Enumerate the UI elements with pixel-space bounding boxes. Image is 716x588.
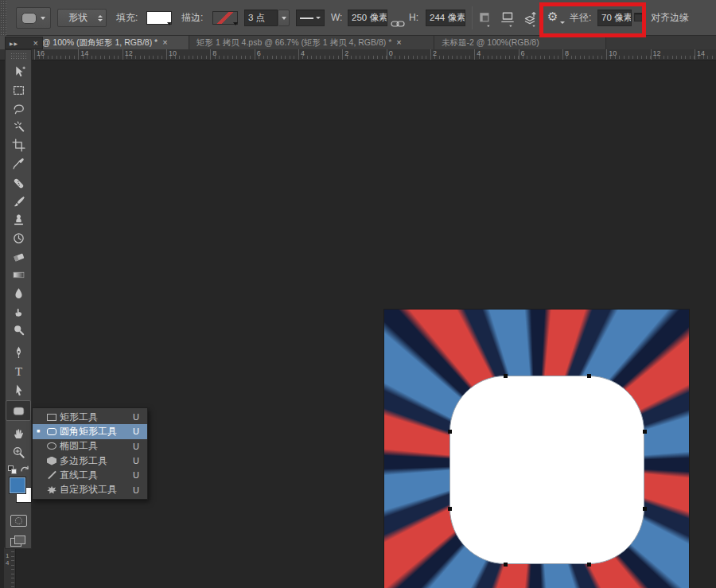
link-dimensions-icon[interactable]: [391, 12, 408, 29]
close-icon[interactable]: ×: [162, 36, 167, 49]
photoshop-window: 形状 填充: 描边: 3 点 W: 250 像素 H: 2: [0, 0, 716, 588]
height-label: H:: [409, 12, 418, 24]
stroke-label: 描边:: [181, 12, 203, 24]
foreground-color-swatch[interactable]: [9, 477, 26, 494]
tools-panel: T: [5, 49, 32, 549]
width-label: W:: [331, 12, 342, 24]
document-tab-bar: 未标题-1 @ 100% (圆角矩形 1, RGB/8) * × 矩形 1 拷贝…: [0, 36, 716, 49]
zoom-tool[interactable]: [6, 443, 31, 461]
separator: [472, 6, 473, 29]
path-arrangement-button[interactable]: [522, 10, 539, 27]
menu-item-polygon-tool[interactable]: 多边形工具 U: [33, 454, 147, 468]
anchor-handle[interactable]: [448, 430, 452, 434]
polygon-icon: [47, 457, 56, 465]
quick-selection-tool[interactable]: [6, 118, 31, 136]
tab-title: 矩形 1 拷贝 4.psb @ 66.7% (矩形 1 拷贝 4, RGB/8)…: [197, 36, 391, 49]
shape-width-field[interactable]: 250 像素: [348, 10, 387, 26]
menu-item-ellipse-tool[interactable]: 椭圆工具 U: [33, 439, 147, 454]
tool-preset-picker[interactable]: [16, 7, 51, 29]
stroke-color-swatch[interactable]: [212, 11, 238, 25]
radius-field[interactable]: 70 像素: [597, 10, 632, 26]
radius-label: 半径:: [570, 12, 591, 24]
history-brush-tool[interactable]: [6, 229, 31, 247]
line-icon: [48, 471, 56, 480]
ruler-ticks: [34, 56, 716, 59]
align-edges-label[interactable]: 对齐边缘: [651, 12, 689, 24]
path-operations-button[interactable]: [478, 10, 496, 27]
anchor-handle[interactable]: [448, 507, 452, 511]
clone-stamp-tool[interactable]: [6, 211, 31, 229]
crop-tool[interactable]: [6, 136, 31, 154]
stroke-width-dropdown-button[interactable]: [278, 10, 290, 26]
screen-mode-button[interactable]: [10, 535, 27, 548]
close-icon[interactable]: ×: [396, 36, 401, 49]
hand-tool[interactable]: [6, 424, 31, 442]
tools-panel-header[interactable]: ▶▶ ×: [5, 37, 43, 49]
vertical-ruler-number: 1 4: [6, 552, 9, 567]
rectangular-marquee-tool[interactable]: [6, 81, 31, 99]
path-alignment-button[interactable]: [500, 10, 518, 27]
radius-checkbox[interactable]: [634, 13, 643, 21]
tool-mode-select[interactable]: 形状: [57, 9, 107, 27]
anchor-handle[interactable]: [587, 374, 591, 378]
eyedropper-tool[interactable]: [6, 154, 31, 173]
stroke-width-field[interactable]: 3 点: [244, 10, 278, 26]
fill-color-swatch[interactable]: [146, 11, 172, 25]
quick-mask-mode-button[interactable]: [10, 515, 27, 527]
anchor-handle[interactable]: [504, 563, 508, 567]
chevron-down-icon: [233, 22, 238, 25]
pen-tool[interactable]: [6, 343, 31, 361]
custom-shape-icon: [47, 485, 56, 494]
brush-tool[interactable]: [6, 193, 31, 211]
shape-height-field[interactable]: 244 像素: [426, 10, 465, 26]
rounded-rectangle-preset-icon: [21, 13, 37, 24]
ellipse-icon: [47, 442, 56, 450]
horizontal-ruler[interactable]: 1614 1210 86 42 02 46 810 1214: [0, 49, 716, 60]
blur-tool[interactable]: [6, 284, 31, 302]
menu-item-rectangle-tool[interactable]: 矩形工具 U: [33, 410, 147, 424]
menu-item-custom-shape-tool[interactable]: 自定形状工具 U: [33, 482, 147, 496]
spinner-arrows-icon: [98, 15, 103, 21]
anchor-handle[interactable]: [643, 507, 647, 511]
svg-text:T: T: [14, 365, 21, 378]
eraser-tool[interactable]: [6, 247, 31, 266]
anchor-handle[interactable]: [587, 563, 591, 567]
dashed-circle-icon: [15, 517, 22, 524]
rectangle-icon: [47, 414, 56, 421]
tool-mode-value: 形状: [58, 11, 98, 25]
tab-rect-copy-psb[interactable]: 矩形 1 拷贝 4.psb @ 66.7% (矩形 1 拷贝 4, RGB/8)…: [189, 36, 434, 49]
options-bar-grip[interactable]: [0, 0, 6, 36]
type-tool[interactable]: T: [6, 362, 31, 380]
rounded-rectangle-tool[interactable]: [6, 400, 31, 421]
dodge-tool[interactable]: [6, 321, 31, 339]
collapse-panel-icon[interactable]: ▶▶: [10, 41, 18, 46]
vertical-ruler[interactable]: 1 4: [4, 547, 16, 588]
ruler-ticks: [11, 547, 14, 588]
options-bar: 形状 填充: 描边: 3 点 W: 250 像素 H: 2: [0, 0, 716, 36]
close-icon[interactable]: ×: [33, 39, 38, 48]
chevron-down-icon: [282, 17, 286, 20]
anchor-handle[interactable]: [504, 374, 508, 378]
tab-untitled-2[interactable]: 未标题-2 @ 100%(RGB/8): [434, 36, 606, 49]
canvas[interactable]: [384, 310, 689, 588]
menu-item-line-tool[interactable]: 直线工具 U: [33, 468, 147, 482]
screen-rect-icon: [14, 535, 25, 544]
lasso-tool[interactable]: [6, 99, 31, 118]
menu-item-rounded-rectangle-tool[interactable]: ■ 圆角矩形工具 U: [33, 424, 147, 438]
document-area: [0, 60, 716, 588]
move-tool[interactable]: [6, 63, 31, 81]
stroke-type-dropdown[interactable]: [296, 10, 325, 26]
swap-colors-icon[interactable]: [20, 465, 30, 474]
panel-grip[interactable]: [10, 53, 26, 59]
rounded-rectangle-icon: [47, 428, 56, 435]
spot-healing-brush-tool[interactable]: [6, 174, 31, 193]
path-selection-tool[interactable]: [6, 381, 31, 399]
gradient-tool[interactable]: [6, 266, 31, 284]
smudge-tool[interactable]: [6, 302, 31, 321]
gear-icon[interactable]: ⚙: [547, 9, 558, 25]
default-colors-icon[interactable]: [8, 465, 18, 474]
shape-tools-flyout-menu: 矩形工具 U ■ 圆角矩形工具 U 椭圆工具 U 多边形工具 U 直线工具 U: [32, 407, 148, 500]
rounded-rectangle-shape[interactable]: [449, 376, 644, 564]
anchor-handle[interactable]: [643, 430, 647, 434]
chevron-down-icon: [560, 21, 565, 24]
